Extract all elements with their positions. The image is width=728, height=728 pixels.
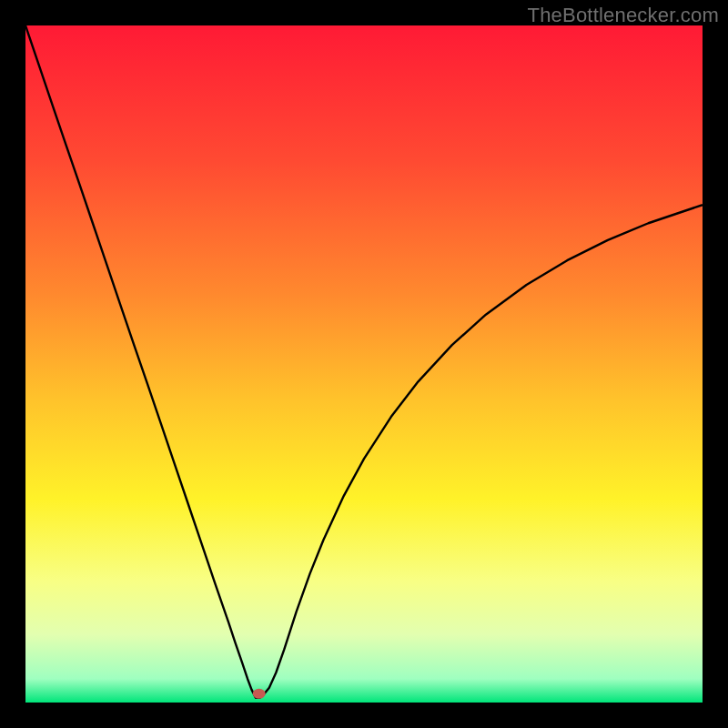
watermark-label: TheBottlenecker.com bbox=[528, 4, 719, 27]
bottleneck-marker bbox=[253, 689, 266, 699]
bottleneck-chart bbox=[25, 25, 703, 703]
chart-frame bbox=[25, 25, 703, 703]
chart-background bbox=[25, 25, 703, 703]
